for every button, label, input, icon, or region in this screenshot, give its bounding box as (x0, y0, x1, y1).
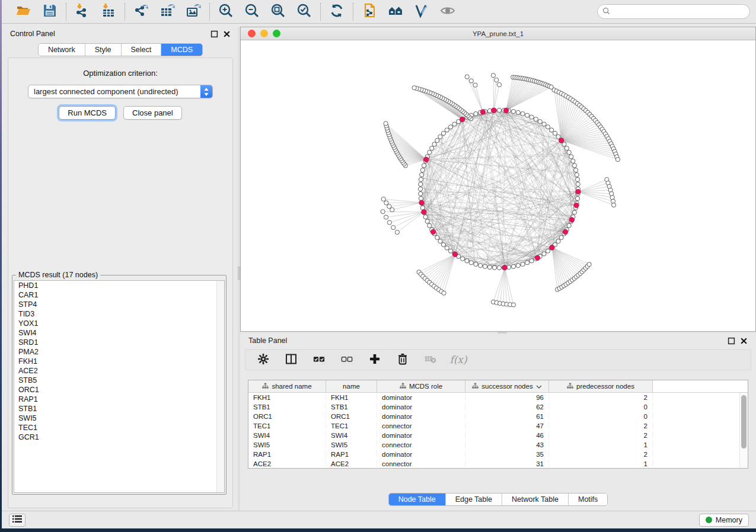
dominator-node[interactable] (503, 108, 508, 113)
close-panel-button[interactable]: Close panel (123, 106, 182, 120)
cell-shared_name[interactable]: RAP1 (248, 451, 326, 458)
cell-name[interactable]: SWI4 (326, 432, 377, 439)
cell-name[interactable]: FKH1 (326, 394, 377, 401)
dominator-node[interactable] (452, 252, 457, 257)
network-node[interactable] (553, 131, 557, 135)
network-node[interactable] (511, 110, 515, 114)
network-node[interactable] (575, 172, 579, 177)
network-node[interactable] (556, 134, 560, 139)
dominator-node[interactable] (422, 210, 426, 214)
cell-shared_name[interactable]: SWI5 (248, 441, 326, 448)
table-settings-button[interactable] (256, 352, 270, 367)
run-mcds-button[interactable]: Run MCDS (59, 106, 116, 120)
network-node[interactable] (492, 265, 496, 270)
network-node[interactable] (465, 75, 469, 79)
cell-predecessor_nodes[interactable]: 2 (549, 394, 653, 401)
zoom-in-button[interactable] (217, 3, 235, 21)
dominator-node[interactable] (502, 265, 507, 270)
cell-mcds_role[interactable]: dominator (377, 451, 465, 458)
network-node[interactable] (445, 128, 449, 132)
cell-mcds_role[interactable]: connector (377, 460, 465, 467)
network-node[interactable] (423, 215, 428, 219)
criterion-dropdown[interactable]: largest connected component (undirected) (28, 85, 213, 98)
zoom-selected-button[interactable] (295, 3, 313, 21)
new-network-from-selection-button[interactable] (361, 3, 378, 21)
network-node[interactable] (435, 235, 439, 239)
column-view-button[interactable] (284, 352, 298, 367)
tab-network[interactable]: Network (39, 44, 85, 56)
result-node[interactable]: PMA2 (14, 347, 224, 357)
network-node[interactable] (448, 249, 452, 253)
cell-successor_nodes[interactable]: 96 (465, 394, 549, 401)
network-node[interactable] (511, 303, 515, 307)
network-node[interactable] (425, 219, 429, 223)
cell-mcds_role[interactable]: dominator (377, 403, 465, 411)
dominator-node[interactable] (550, 245, 554, 250)
column-header-shared-name[interactable]: shared name (248, 380, 326, 392)
network-node[interactable] (587, 262, 591, 267)
cell-mcds_role[interactable]: dominator (377, 394, 465, 401)
network-node[interactable] (495, 78, 499, 82)
delete-column-button[interactable] (395, 352, 410, 367)
clear-checkboxes-button[interactable] (340, 352, 354, 367)
cell-name[interactable]: SWI5 (326, 441, 377, 448)
cell-successor_nodes[interactable]: 31 (465, 460, 549, 467)
tab-network-table[interactable]: Network Table (502, 493, 569, 505)
result-list-scrollbar[interactable] (216, 281, 224, 492)
dominator-node[interactable] (569, 217, 574, 222)
mcds-result-list[interactable]: PHD1CAR1STP4TID3YOX1SWI4SRD1PMA2FKH1ACE2… (14, 280, 225, 493)
network-node[interactable] (611, 199, 615, 203)
network-node[interactable] (381, 210, 385, 214)
tab-node-table[interactable]: Node Table (389, 493, 446, 505)
first-neighbors-button[interactable] (387, 3, 404, 21)
network-node[interactable] (420, 168, 425, 172)
search-input[interactable] (613, 8, 745, 16)
network-node[interactable] (418, 187, 422, 191)
network-node[interactable] (441, 131, 445, 135)
network-node[interactable] (469, 79, 473, 83)
network-node[interactable] (571, 159, 575, 163)
cell-mcds_role[interactable]: dominator (377, 413, 465, 420)
network-node[interactable] (534, 117, 538, 121)
scrollbar-thumb[interactable] (741, 395, 747, 448)
column-header-predecessor-nodes[interactable]: predecessor nodes (549, 380, 653, 392)
dominator-node[interactable] (559, 138, 564, 143)
network-node[interactable] (483, 264, 487, 268)
network-node[interactable] (525, 113, 529, 117)
network-node[interactable] (550, 128, 554, 132)
network-node[interactable] (567, 150, 571, 155)
result-node[interactable]: SWI5 (14, 414, 224, 423)
table-row-SWI4[interactable]: SWI4SWI4dominator462 (248, 431, 739, 440)
network-node[interactable] (569, 155, 573, 159)
network-node[interactable] (381, 197, 385, 201)
network-node[interactable] (387, 220, 391, 225)
network-node[interactable] (422, 164, 426, 168)
close-panel-icon[interactable] (223, 30, 231, 38)
network-node[interactable] (538, 120, 542, 124)
network-node[interactable] (442, 291, 446, 295)
dominator-node[interactable] (460, 117, 464, 121)
table-row-ACE2[interactable]: ACE2ACE2connector311 (248, 459, 739, 469)
network-node[interactable] (564, 146, 569, 150)
tab-mcds[interactable]: MCDS (161, 44, 202, 56)
network-node[interactable] (428, 223, 432, 227)
result-node[interactable]: STB5 (14, 376, 224, 385)
cell-successor_nodes[interactable]: 62 (465, 403, 549, 411)
cell-successor_nodes[interactable]: 47 (465, 422, 549, 430)
network-node[interactable] (556, 239, 560, 243)
cell-name[interactable]: ORC1 (326, 413, 377, 420)
dominator-node[interactable] (563, 229, 567, 234)
close-panel-icon[interactable] (740, 337, 748, 345)
result-node[interactable]: PHD1 (14, 281, 224, 290)
show-hide-button[interactable] (439, 3, 457, 21)
add-column-button[interactable] (368, 352, 382, 367)
network-node[interactable] (559, 235, 563, 239)
tab-edge-table[interactable]: Edge Table (446, 493, 502, 505)
network-node[interactable] (497, 82, 501, 86)
column-header-name[interactable]: name (326, 380, 377, 392)
network-node[interactable] (384, 201, 388, 205)
network-node[interactable] (452, 122, 457, 126)
network-node[interactable] (491, 73, 495, 78)
network-node[interactable] (612, 203, 616, 207)
result-node[interactable]: ORC1 (14, 385, 224, 395)
